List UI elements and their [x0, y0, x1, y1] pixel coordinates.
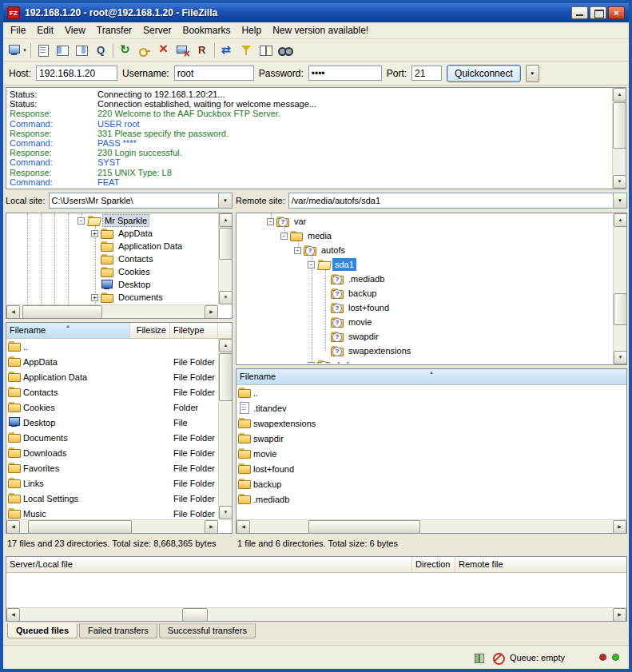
scroll-down-button[interactable]: ▼	[614, 351, 627, 364]
menu-transfer[interactable]: Transfer	[91, 22, 137, 38]
scroll-up-button[interactable]: ▲	[613, 88, 626, 101]
scroll-right-button[interactable]: ▶	[205, 520, 218, 534]
scroll-up-button[interactable]: ▲	[614, 213, 627, 227]
tree-item-appdata[interactable]: + AppData	[6, 227, 218, 240]
scroll-left-button[interactable]: ◀	[237, 520, 250, 534]
tree-item-media[interactable]: - media	[237, 229, 613, 243]
maximize-button[interactable]	[590, 6, 606, 19]
local-list-horizontal-scrollbar[interactable]: ◀ ▶	[6, 519, 218, 533]
expand-toggle[interactable]: -	[78, 217, 85, 225]
chevron-down-icon[interactable]: ▼	[22, 48, 27, 53]
combo-arrow-icon[interactable]: ▼	[613, 193, 626, 208]
close-button[interactable]: ×	[608, 6, 625, 19]
scroll-up-button[interactable]: ▲	[219, 213, 233, 227]
menu-edit[interactable]: Edit	[31, 22, 59, 38]
tree-item-contacts[interactable]: Contacts	[6, 252, 218, 265]
tab-queued-files[interactable]: Queued files	[7, 623, 78, 638]
remote-list-horizontal-scrollbar[interactable]: ◀ ▶	[237, 519, 626, 533]
queue-horizontal-scrollbar[interactable]: ◀ ▶	[6, 607, 626, 621]
remote-site-combo[interactable]: /var/media/autofs/sda1 ▼	[288, 193, 627, 209]
scroll-thumb[interactable]	[182, 608, 208, 622]
tab-failed-transfers[interactable]: Failed transfers	[79, 623, 157, 638]
toggle-queue-button[interactable]: ▼	[91, 41, 110, 60]
find-files-button[interactable]: ▼	[275, 41, 294, 60]
tree-item-autofs[interactable]: - autofs	[237, 243, 613, 257]
menu-server[interactable]: Server	[137, 22, 177, 38]
column-header-remote-file[interactable]: Remote file	[455, 557, 626, 572]
scroll-right-button[interactable]: ▶	[205, 305, 218, 319]
scroll-right-button[interactable]: ▶	[613, 520, 626, 534]
Contacts[interactable]: Contacts File Folder	[6, 384, 232, 400]
movie[interactable]: movie	[237, 446, 626, 461]
tab-successful-transfers[interactable]: Successful transfers	[159, 623, 256, 638]
log-vertical-scrollbar[interactable]: ▲ ▼	[612, 88, 626, 189]
tree-item-dvd[interactable]: + dvd	[237, 358, 613, 364]
site-manager-button[interactable]: ▼	[6, 41, 28, 60]
remote-tree-vertical-scrollbar[interactable]: ▲ ▼	[613, 213, 626, 364]
tree-item-movie[interactable]: movie	[237, 315, 613, 329]
scroll-right-button[interactable]: ▶	[613, 608, 626, 622]
column-header-server-local-file[interactable]: Server/Local file	[6, 557, 412, 572]
menu-view[interactable]: View	[59, 22, 91, 38]
tree-item-application-data[interactable]: Application Data	[6, 240, 218, 252]
comparison-button[interactable]: ▼	[256, 41, 275, 60]
toggle-log-button[interactable]: ▼	[34, 41, 53, 60]
scroll-down-button[interactable]: ▼	[613, 175, 626, 189]
backup[interactable]: backup	[237, 476, 626, 491]
refresh-button[interactable]: ▼	[116, 41, 135, 60]
toolbar-button[interactable]: ▼	[28, 41, 34, 60]
process-queue-button[interactable]: ▼	[135, 41, 154, 60]
column-header-filename[interactable]: Filename	[6, 323, 130, 338]
swapextensions[interactable]: swapextensions	[237, 416, 626, 431]
expand-toggle[interactable]: +	[308, 362, 315, 364]
..[interactable]: ..	[6, 339, 232, 354]
filter-button[interactable]: ▼	[237, 41, 256, 60]
tree-item-mr-sparkle[interactable]: - Mr Sparkle	[6, 214, 218, 227]
local-site-combo[interactable]: C:\Users\Mr Sparkle\ ▼	[49, 193, 233, 209]
swapdir[interactable]: swapdir	[237, 431, 626, 446]
column-header-filetype[interactable]: Filetype	[170, 323, 218, 338]
host-input[interactable]	[36, 66, 117, 81]
menu-bookmarks[interactable]: Bookmarks	[177, 22, 236, 38]
.titandev[interactable]: .titandev	[237, 400, 626, 416]
menu-file[interactable]: File	[5, 22, 31, 38]
scroll-thumb[interactable]	[219, 353, 233, 401]
tree-item-backup[interactable]: backup	[237, 286, 613, 300]
expand-toggle[interactable]: -	[267, 218, 274, 225]
cancel-button[interactable]: ▼	[154, 41, 173, 60]
local-tree-horizontal-scrollbar[interactable]: ◀ ▶	[6, 304, 218, 318]
combo-arrow-icon[interactable]: ▼	[218, 193, 232, 208]
lost+found[interactable]: lost+found	[237, 461, 626, 476]
scroll-left-button[interactable]: ◀	[6, 520, 20, 534]
menu-new-version[interactable]: New version available!	[267, 22, 374, 38]
local-tree-vertical-scrollbar[interactable]: ▲ ▼	[218, 213, 232, 304]
tree-item-var[interactable]: - var	[237, 214, 613, 229]
tree-item-swapextensions[interactable]: swapextensions	[237, 344, 613, 358]
column-header-filename[interactable]: Filename	[237, 369, 626, 384]
quickconnect-dropdown-button[interactable]: ▼	[526, 65, 539, 82]
tree-item-swapdir[interactable]: swapdir	[237, 329, 613, 344]
toggle-local-tree-button[interactable]: ▼	[53, 41, 72, 60]
expand-toggle[interactable]: -	[294, 247, 301, 254]
tree-item-desktop[interactable]: Desktop	[6, 278, 218, 291]
Desktop[interactable]: Desktop File	[6, 415, 232, 430]
tree-item-documents[interactable]: + Documents	[6, 291, 218, 304]
disconnect-button[interactable]: ▼	[173, 41, 193, 60]
titlebar[interactable]: FZ 192.168.1.20 - root@192.168.1.20 - Fi…	[3, 3, 629, 22]
scroll-left-button[interactable]: ◀	[6, 608, 20, 622]
scroll-up-button[interactable]: ▲	[219, 339, 233, 352]
password-input[interactable]	[308, 66, 382, 81]
scroll-down-button[interactable]: ▼	[219, 291, 233, 304]
tree-item-mediadb[interactable]: .mediadb	[237, 272, 613, 286]
AppData[interactable]: AppData File Folder	[6, 354, 232, 369]
reconnect-button[interactable]: ▼	[193, 41, 212, 60]
toggle-remote-tree-button[interactable]: ▼	[72, 41, 91, 60]
Cookies[interactable]: Cookies Folder	[6, 400, 232, 415]
quickconnect-button[interactable]: Quickconnect	[447, 65, 521, 82]
scroll-thumb[interactable]	[613, 102, 626, 149]
minimize-button[interactable]	[571, 6, 588, 19]
scroll-down-button[interactable]: ▼	[219, 506, 233, 519]
toolbar-button[interactable]: ▼	[110, 41, 116, 60]
expand-toggle[interactable]: -	[280, 233, 288, 240]
scroll-thumb[interactable]	[28, 520, 132, 534]
